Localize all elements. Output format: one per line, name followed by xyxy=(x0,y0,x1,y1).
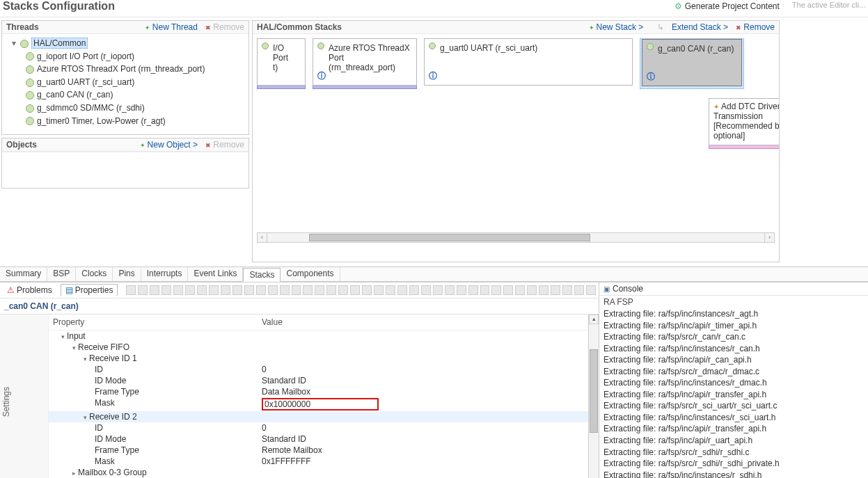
property-row[interactable]: Receive ID 1 xyxy=(49,353,588,364)
expand-icon[interactable] xyxy=(12,38,20,48)
tree-item[interactable]: Azure RTOS ThreadX Port (rm_threadx_port… xyxy=(37,64,205,74)
property-sheet-title: _can0 CAN (r_can) xyxy=(0,298,599,314)
cfg-tab-interrupts[interactable]: Interrupts xyxy=(141,267,189,281)
property-row[interactable]: Mask0x1FFFFFFF xyxy=(49,456,588,467)
stack-card[interactable]: g_can0 CAN (r_can)ⓘ xyxy=(642,39,742,86)
cfg-tab-clocks[interactable]: Clocks xyxy=(76,267,113,281)
expand-icon[interactable] xyxy=(72,468,78,477)
console-line: Extracting file: ra/fsp/inc/instances/r_… xyxy=(603,343,864,355)
cfg-tab-pins[interactable]: Pins xyxy=(113,267,141,281)
property-row[interactable]: Mailbox 0-3 Group xyxy=(49,467,588,478)
console-line: Extracting file: ra/fsp/inc/instances/r_… xyxy=(603,412,864,424)
generate-project-button[interactable]: Generate Project Content xyxy=(670,0,784,13)
scroll-right-icon[interactable]: › xyxy=(764,232,775,243)
info-icon[interactable]: ⓘ xyxy=(317,70,326,82)
console-line: Extracting file: ra/fsp/inc/api/r_transf… xyxy=(603,423,864,435)
module-icon xyxy=(647,43,654,50)
info-icon[interactable]: ⓘ xyxy=(647,71,655,83)
tree-item[interactable]: g_ioport I/O Port (r_ioport) xyxy=(37,51,134,61)
config-tabs: SummaryBSPClocksPinsInterruptsEvent Link… xyxy=(0,266,868,282)
scroll-up-icon[interactable]: ▴ xyxy=(589,314,599,324)
threads-tree[interactable]: HAL/Common g_ioport I/O Port (r_ioport)A… xyxy=(2,34,248,134)
property-row[interactable]: ID ModeStandard ID xyxy=(49,375,588,386)
property-row[interactable]: ID ModeStandard ID xyxy=(49,433,588,445)
properties-view: ⚠Problems ▤Properties _can0 CAN (r_can) … xyxy=(0,282,599,478)
module-icon xyxy=(429,42,436,49)
highlighted-value[interactable]: 0x10000000 xyxy=(262,398,379,411)
property-row[interactable]: ID0 xyxy=(49,364,588,375)
tree-item[interactable]: g_sdmmc0 SD/MMC (r_sdhi) xyxy=(37,103,145,113)
cfg-tab-stacks[interactable]: Stacks xyxy=(243,268,281,282)
info-icon[interactable]: ⓘ xyxy=(429,70,437,82)
console-line: Extracting file: ra/fsp/inc/instances/r_… xyxy=(603,377,864,389)
module-icon xyxy=(20,40,29,48)
collapse-icon[interactable] xyxy=(84,353,89,363)
collapse-icon[interactable] xyxy=(72,342,78,352)
console-subtitle: RA FSP xyxy=(599,296,868,308)
property-row[interactable]: Mask0x10000000 xyxy=(49,397,588,411)
remove-thread-button[interactable]: Remove xyxy=(205,22,244,32)
console-line: Extracting file: ra/fsp/inc/api/r_uart_a… xyxy=(603,435,864,447)
console-line: Extracting file: ra/fsp/src/r_dmac/r_dma… xyxy=(603,366,864,378)
new-thread-button[interactable]: New Thread xyxy=(145,22,198,32)
cfg-tab-summary[interactable]: Summary xyxy=(0,267,47,281)
property-row[interactable]: Receive FIFO xyxy=(49,342,588,353)
collapse-icon[interactable] xyxy=(84,412,89,422)
module-icon xyxy=(26,65,34,74)
property-row[interactable]: Receive ID 2 xyxy=(49,411,588,422)
tree-root[interactable]: HAL/Common xyxy=(31,38,88,49)
cfg-tab-bsp[interactable]: BSP xyxy=(47,267,76,281)
stacks-title: HAL/Common Stacks xyxy=(257,22,342,32)
col-property: Property xyxy=(53,317,262,327)
settings-category[interactable]: Settings xyxy=(0,314,49,478)
cfg-tab-components[interactable]: Components xyxy=(281,267,340,281)
module-icon xyxy=(26,52,34,61)
console-line: Extracting file: ra/fsp/inc/api/r_timer_… xyxy=(603,320,864,332)
collapse-icon[interactable] xyxy=(61,331,67,341)
tree-item[interactable]: g_uart0 UART (r_sci_uart) xyxy=(37,77,134,87)
module-icon xyxy=(26,104,34,113)
console-view: Console RA FSP Extracting file: ra/fsp/i… xyxy=(599,282,868,478)
new-stack-button[interactable]: New Stack > xyxy=(589,22,644,32)
tab-problems[interactable]: ⚠Problems xyxy=(3,285,56,296)
property-row[interactable]: ID0 xyxy=(49,422,588,433)
module-icon xyxy=(317,42,324,49)
dtc-placeholder[interactable]: Add DTC Driver for Transmission [Recomme… xyxy=(709,98,779,145)
stacks-panel: HAL/Common Stacks New Stack > ↳ Extend S… xyxy=(252,20,780,262)
console-line: Extracting file: ra/fsp/src/r_can/r_can.… xyxy=(603,331,864,343)
tree-item[interactable]: g_timer0 Timer, Low-Power (r_agt) xyxy=(37,116,166,126)
stack-card[interactable]: Azure RTOS ThreadX Port(rm_threadx_port)… xyxy=(313,38,417,86)
threads-title: Threads xyxy=(6,22,39,32)
module-icon xyxy=(26,91,34,99)
console-line: Extracting file: ra/fsp/inc/instances/r_… xyxy=(603,308,864,320)
scrollbar-thumb[interactable] xyxy=(309,234,590,241)
property-row[interactable]: Frame TypeData Mailbox xyxy=(49,386,588,397)
properties-toolbar[interactable] xyxy=(122,285,596,295)
horizontal-scrollbar[interactable]: ‹ › xyxy=(257,232,775,243)
property-row[interactable]: Input xyxy=(49,330,588,342)
module-icon xyxy=(26,117,34,125)
remove-object-button[interactable]: Remove xyxy=(205,140,244,150)
extend-stack-button[interactable]: ↳ Extend Stack > xyxy=(652,22,728,32)
stack-card[interactable]: g_uart0 UART (r_sci_uart)ⓘ xyxy=(424,38,633,86)
property-table[interactable]: Property Value InputReceive FIFOReceive … xyxy=(49,314,588,478)
scroll-left-icon[interactable]: ‹ xyxy=(257,232,267,243)
tree-item[interactable]: g_can0 CAN (r_can) xyxy=(37,90,113,99)
cfg-tab-event-links[interactable]: Event Links xyxy=(188,267,243,281)
console-line: Extracting file: ra/fsp/inc/instances/r_… xyxy=(603,470,864,478)
page-title: Stacks Configuration xyxy=(0,0,115,17)
property-row[interactable]: Frame TypeRemote Mailbox xyxy=(49,445,588,456)
new-object-button[interactable]: New Object > xyxy=(140,140,198,150)
col-value: Value xyxy=(262,317,584,327)
tab-properties[interactable]: ▤Properties xyxy=(61,284,118,296)
module-icon xyxy=(262,42,269,49)
vertical-scrollbar[interactable]: ▴ ▾ xyxy=(588,314,599,478)
console-output[interactable]: Extracting file: ra/fsp/inc/instances/r_… xyxy=(599,308,868,478)
threads-panel: Threads New Thread Remove HAL/Common g_i… xyxy=(1,20,249,135)
remove-stack-button[interactable]: Remove xyxy=(736,22,775,32)
scrollbar-thumb[interactable] xyxy=(590,349,598,433)
console-line: Extracting file: ra/fsp/inc/api/r_can_ap… xyxy=(603,354,864,366)
stack-card[interactable]: I/O Portt) xyxy=(257,38,306,86)
console-line: Extracting file: ra/fsp/src/r_sdhi/r_sdh… xyxy=(603,458,864,470)
console-line: Extracting file: ra/fsp/src/r_sdhi/r_sdh… xyxy=(603,447,864,459)
